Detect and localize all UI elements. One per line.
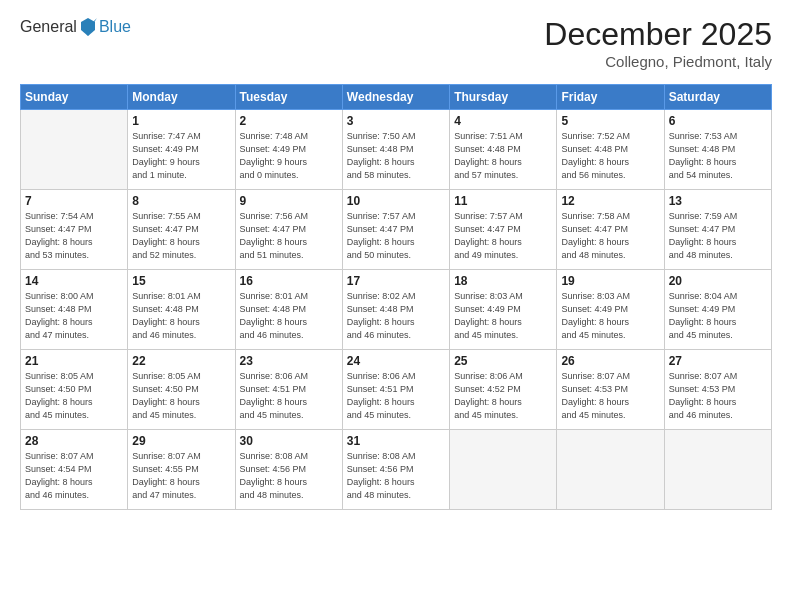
calendar-cell: 8Sunrise: 7:55 AM Sunset: 4:47 PM Daylig…	[128, 190, 235, 270]
calendar-cell: 29Sunrise: 8:07 AM Sunset: 4:55 PM Dayli…	[128, 430, 235, 510]
day-number: 29	[132, 434, 230, 448]
day-number: 31	[347, 434, 445, 448]
day-number: 18	[454, 274, 552, 288]
day-info: Sunrise: 7:50 AM Sunset: 4:48 PM Dayligh…	[347, 130, 445, 182]
calendar-cell: 6Sunrise: 7:53 AM Sunset: 4:48 PM Daylig…	[664, 110, 771, 190]
week-row-3: 21Sunrise: 8:05 AM Sunset: 4:50 PM Dayli…	[21, 350, 772, 430]
calendar-header-row: Sunday Monday Tuesday Wednesday Thursday…	[21, 85, 772, 110]
calendar-cell: 9Sunrise: 7:56 AM Sunset: 4:47 PM Daylig…	[235, 190, 342, 270]
day-number: 7	[25, 194, 123, 208]
day-number: 24	[347, 354, 445, 368]
day-number: 13	[669, 194, 767, 208]
week-row-0: 1Sunrise: 7:47 AM Sunset: 4:49 PM Daylig…	[21, 110, 772, 190]
title-block: December 2025 Collegno, Piedmont, Italy	[544, 16, 772, 70]
day-info: Sunrise: 8:06 AM Sunset: 4:52 PM Dayligh…	[454, 370, 552, 422]
day-info: Sunrise: 7:52 AM Sunset: 4:48 PM Dayligh…	[561, 130, 659, 182]
day-number: 11	[454, 194, 552, 208]
day-number: 30	[240, 434, 338, 448]
calendar-cell: 15Sunrise: 8:01 AM Sunset: 4:48 PM Dayli…	[128, 270, 235, 350]
calendar-cell: 3Sunrise: 7:50 AM Sunset: 4:48 PM Daylig…	[342, 110, 449, 190]
day-info: Sunrise: 8:08 AM Sunset: 4:56 PM Dayligh…	[240, 450, 338, 502]
calendar-cell: 4Sunrise: 7:51 AM Sunset: 4:48 PM Daylig…	[450, 110, 557, 190]
day-info: Sunrise: 7:48 AM Sunset: 4:49 PM Dayligh…	[240, 130, 338, 182]
day-info: Sunrise: 8:07 AM Sunset: 4:53 PM Dayligh…	[561, 370, 659, 422]
calendar-cell: 14Sunrise: 8:00 AM Sunset: 4:48 PM Dayli…	[21, 270, 128, 350]
calendar-cell: 31Sunrise: 8:08 AM Sunset: 4:56 PM Dayli…	[342, 430, 449, 510]
page-header: General Blue December 2025 Collegno, Pie…	[20, 16, 772, 70]
logo-icon	[79, 16, 97, 38]
day-info: Sunrise: 8:05 AM Sunset: 4:50 PM Dayligh…	[25, 370, 123, 422]
day-info: Sunrise: 8:03 AM Sunset: 4:49 PM Dayligh…	[561, 290, 659, 342]
day-info: Sunrise: 7:56 AM Sunset: 4:47 PM Dayligh…	[240, 210, 338, 262]
day-info: Sunrise: 8:07 AM Sunset: 4:54 PM Dayligh…	[25, 450, 123, 502]
calendar-cell: 21Sunrise: 8:05 AM Sunset: 4:50 PM Dayli…	[21, 350, 128, 430]
day-number: 10	[347, 194, 445, 208]
col-saturday: Saturday	[664, 85, 771, 110]
week-row-4: 28Sunrise: 8:07 AM Sunset: 4:54 PM Dayli…	[21, 430, 772, 510]
day-info: Sunrise: 7:57 AM Sunset: 4:47 PM Dayligh…	[454, 210, 552, 262]
calendar-cell: 18Sunrise: 8:03 AM Sunset: 4:49 PM Dayli…	[450, 270, 557, 350]
day-number: 16	[240, 274, 338, 288]
week-row-2: 14Sunrise: 8:00 AM Sunset: 4:48 PM Dayli…	[21, 270, 772, 350]
day-info: Sunrise: 8:03 AM Sunset: 4:49 PM Dayligh…	[454, 290, 552, 342]
day-number: 22	[132, 354, 230, 368]
day-number: 27	[669, 354, 767, 368]
day-number: 6	[669, 114, 767, 128]
day-info: Sunrise: 8:06 AM Sunset: 4:51 PM Dayligh…	[347, 370, 445, 422]
logo-blue-text: Blue	[99, 18, 131, 36]
day-info: Sunrise: 7:53 AM Sunset: 4:48 PM Dayligh…	[669, 130, 767, 182]
day-number: 3	[347, 114, 445, 128]
col-sunday: Sunday	[21, 85, 128, 110]
calendar-cell: 13Sunrise: 7:59 AM Sunset: 4:47 PM Dayli…	[664, 190, 771, 270]
calendar-cell: 11Sunrise: 7:57 AM Sunset: 4:47 PM Dayli…	[450, 190, 557, 270]
month-title: December 2025	[544, 16, 772, 53]
calendar-cell: 25Sunrise: 8:06 AM Sunset: 4:52 PM Dayli…	[450, 350, 557, 430]
logo-general-text: General	[20, 18, 77, 36]
calendar-cell: 27Sunrise: 8:07 AM Sunset: 4:53 PM Dayli…	[664, 350, 771, 430]
calendar-cell: 26Sunrise: 8:07 AM Sunset: 4:53 PM Dayli…	[557, 350, 664, 430]
day-info: Sunrise: 7:51 AM Sunset: 4:48 PM Dayligh…	[454, 130, 552, 182]
day-info: Sunrise: 8:06 AM Sunset: 4:51 PM Dayligh…	[240, 370, 338, 422]
calendar-cell: 22Sunrise: 8:05 AM Sunset: 4:50 PM Dayli…	[128, 350, 235, 430]
day-number: 23	[240, 354, 338, 368]
day-number: 4	[454, 114, 552, 128]
day-info: Sunrise: 8:05 AM Sunset: 4:50 PM Dayligh…	[132, 370, 230, 422]
day-info: Sunrise: 7:55 AM Sunset: 4:47 PM Dayligh…	[132, 210, 230, 262]
calendar-cell: 24Sunrise: 8:06 AM Sunset: 4:51 PM Dayli…	[342, 350, 449, 430]
col-tuesday: Tuesday	[235, 85, 342, 110]
day-number: 1	[132, 114, 230, 128]
day-info: Sunrise: 8:07 AM Sunset: 4:53 PM Dayligh…	[669, 370, 767, 422]
location-text: Collegno, Piedmont, Italy	[544, 53, 772, 70]
day-number: 17	[347, 274, 445, 288]
col-thursday: Thursday	[450, 85, 557, 110]
day-info: Sunrise: 8:02 AM Sunset: 4:48 PM Dayligh…	[347, 290, 445, 342]
col-wednesday: Wednesday	[342, 85, 449, 110]
calendar-cell: 28Sunrise: 8:07 AM Sunset: 4:54 PM Dayli…	[21, 430, 128, 510]
day-info: Sunrise: 8:01 AM Sunset: 4:48 PM Dayligh…	[132, 290, 230, 342]
day-number: 5	[561, 114, 659, 128]
day-number: 12	[561, 194, 659, 208]
day-info: Sunrise: 8:00 AM Sunset: 4:48 PM Dayligh…	[25, 290, 123, 342]
day-number: 19	[561, 274, 659, 288]
day-number: 28	[25, 434, 123, 448]
calendar-cell: 19Sunrise: 8:03 AM Sunset: 4:49 PM Dayli…	[557, 270, 664, 350]
day-number: 15	[132, 274, 230, 288]
day-number: 14	[25, 274, 123, 288]
calendar-cell: 2Sunrise: 7:48 AM Sunset: 4:49 PM Daylig…	[235, 110, 342, 190]
logo: General Blue	[20, 16, 131, 38]
day-info: Sunrise: 8:01 AM Sunset: 4:48 PM Dayligh…	[240, 290, 338, 342]
calendar-cell: 7Sunrise: 7:54 AM Sunset: 4:47 PM Daylig…	[21, 190, 128, 270]
calendar-cell: 16Sunrise: 8:01 AM Sunset: 4:48 PM Dayli…	[235, 270, 342, 350]
day-info: Sunrise: 7:47 AM Sunset: 4:49 PM Dayligh…	[132, 130, 230, 182]
day-info: Sunrise: 7:57 AM Sunset: 4:47 PM Dayligh…	[347, 210, 445, 262]
day-info: Sunrise: 7:54 AM Sunset: 4:47 PM Dayligh…	[25, 210, 123, 262]
calendar-cell: 23Sunrise: 8:06 AM Sunset: 4:51 PM Dayli…	[235, 350, 342, 430]
calendar-table: Sunday Monday Tuesday Wednesday Thursday…	[20, 84, 772, 510]
day-info: Sunrise: 8:08 AM Sunset: 4:56 PM Dayligh…	[347, 450, 445, 502]
day-number: 8	[132, 194, 230, 208]
day-number: 9	[240, 194, 338, 208]
calendar-cell	[557, 430, 664, 510]
col-monday: Monday	[128, 85, 235, 110]
day-info: Sunrise: 7:59 AM Sunset: 4:47 PM Dayligh…	[669, 210, 767, 262]
day-number: 21	[25, 354, 123, 368]
